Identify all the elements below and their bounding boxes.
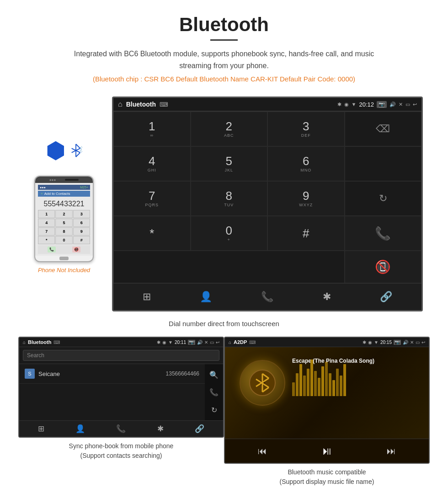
eq-bar: [303, 376, 306, 396]
dial-key-5[interactable]: 5JKL: [191, 146, 268, 181]
bottom-contacts-icon[interactable]: 👤: [194, 288, 218, 306]
contact-phone: 13566664466: [166, 370, 199, 377]
phonebook-phone-icon[interactable]: 📞: [116, 424, 126, 434]
phonebook-close-icon[interactable]: ✕: [204, 340, 208, 345]
dial-key-3[interactable]: 3DEF: [267, 112, 345, 146]
bottom-screenshots-area: ⌂ Bluetooth ⌨ ✱ ◉ ▼ 20:11 📷 🔊 ✕ ▭ ↩: [0, 337, 448, 487]
eq-bar: [307, 369, 309, 396]
phonebook-bottom-bar: ⊞ 👤 📞 ✱ 🔗: [19, 420, 223, 437]
phonebook-screen-wrapper: ⌂ Bluetooth ⌨ ✱ ◉ ▼ 20:11 📷 🔊 ✕ ▭ ↩: [18, 337, 224, 487]
phonebook-status-right: ✱ ◉ ▼ 20:11 📷 🔊 ✕ ▭ ↩: [157, 340, 219, 345]
phonebook-call-icon[interactable]: 📞: [208, 386, 220, 398]
phonebook-caption: Sync phone-book from mobile phone(Suppor…: [64, 438, 178, 461]
location-icon: ◉: [344, 102, 349, 107]
phonebook-grid-icon[interactable]: ⊞: [38, 424, 44, 434]
dialpad-grid: 1∞ 2ABC 3DEF ⌫ 4GHI 5JKL 6MNO: [113, 111, 421, 283]
phonebook-bt-bottom-icon[interactable]: ✱: [157, 424, 164, 434]
dial-key-call-red[interactable]: 📵: [345, 251, 422, 283]
dial-key-2[interactable]: 2ABC: [191, 112, 268, 146]
music-home-icon[interactable]: ⌂: [229, 340, 231, 345]
contact-name: Seicane: [38, 370, 162, 377]
music-bt-icon: ✱: [363, 340, 366, 345]
bottom-bluetooth-icon[interactable]: ✱: [317, 288, 336, 306]
music-play-icon[interactable]: ⏯: [321, 445, 332, 457]
music-win-icon[interactable]: ▭: [416, 340, 420, 345]
contact-row[interactable]: S Seicane 13566664466: [19, 364, 205, 384]
phonebook-search-input[interactable]: Search: [23, 350, 219, 361]
phonebook-list: S Seicane 13566664466: [19, 364, 205, 420]
eq-bar: [292, 382, 295, 396]
bottom-link-icon[interactable]: 🔗: [374, 288, 398, 306]
dial-key-0[interactable]: 0+: [191, 216, 268, 251]
music-close-icon[interactable]: ✕: [410, 340, 414, 345]
car-screen-title: Bluetooth: [126, 101, 156, 108]
dial-key-refresh[interactable]: ↻: [345, 181, 422, 216]
phonebook-search-icon[interactable]: 🔍: [208, 369, 220, 381]
music-back-icon[interactable]: ↩: [421, 340, 425, 345]
music-prev-icon[interactable]: ⏮: [258, 446, 267, 456]
dial-key-hash[interactable]: #: [267, 216, 345, 251]
bluetooth-icon-wrapper: ⬢: [46, 134, 82, 171]
phonebook-loc-icon: ◉: [162, 340, 166, 345]
car-bottom-toolbar: ⊞ 👤 📞 ✱ 🔗: [113, 283, 421, 310]
signal-icon: ▼: [352, 102, 357, 107]
music-screen: ⌂ A2DP ⌨ ✱ ◉ ▼ 20:15 📷 🔊 ✕ ▭ ↩: [224, 337, 430, 464]
phonebook-status-bar: ⌂ Bluetooth ⌨ ✱ ◉ ▼ 20:11 📷 🔊 ✕ ▭ ↩: [19, 338, 223, 347]
page-title: Bluetooth: [9, 14, 439, 36]
music-next-icon[interactable]: ⏭: [387, 446, 396, 456]
phonebook-win-icon[interactable]: ▭: [210, 340, 214, 345]
phonebook-vol-icon[interactable]: 🔊: [197, 340, 203, 345]
phonebook-usb-icon: ⌨: [53, 340, 60, 345]
phonebook-user-icon[interactable]: 👤: [75, 424, 85, 434]
dial-key-8[interactable]: 8TUV: [191, 181, 268, 216]
music-title: A2DP: [234, 339, 247, 345]
phonebook-home-icon[interactable]: ⌂: [23, 340, 26, 345]
dial-key-7[interactable]: 7PQRS: [113, 181, 191, 216]
dial-key-9[interactable]: 9WXYZ: [267, 181, 345, 216]
bottom-phone-icon[interactable]: 📞: [256, 288, 279, 306]
phone-screen: ●●●M25+ + Add to Contacts 5554433221 123…: [35, 183, 93, 256]
phone-status-bar: ●●●M25+: [38, 185, 90, 190]
music-album-art: [240, 360, 285, 406]
phonebook-refresh-icon[interactable]: ↻: [208, 404, 220, 416]
phone-top-bar: ●●●: [35, 177, 93, 183]
music-note-icon: [249, 369, 276, 397]
dial-key-star[interactable]: *: [113, 216, 191, 251]
bottom-grid-icon[interactable]: ⊞: [137, 288, 156, 306]
title-divider: [210, 39, 238, 41]
close-icon[interactable]: ✕: [399, 102, 403, 107]
music-caption: Bluetooth music compatible(Support displ…: [275, 464, 379, 487]
music-usb-icon: ⌨: [249, 340, 256, 345]
dial-key-call-green[interactable]: 📞: [345, 216, 422, 251]
camera-icon: 📷: [377, 101, 387, 108]
dial-key-backspace[interactable]: ⌫: [345, 112, 422, 146]
page-description: Integrated with BC6 Bluetooth module, su…: [64, 48, 384, 71]
dial-key-empty-1: [345, 146, 422, 181]
home-icon[interactable]: ⌂: [118, 100, 123, 108]
dial-key-4[interactable]: 4GHI: [113, 146, 191, 181]
phonebook-link-icon[interactable]: 🔗: [195, 424, 204, 434]
eq-bar: [336, 369, 339, 396]
eq-bar: [299, 364, 302, 396]
contact-letter-badge: S: [25, 369, 35, 379]
phonebook-time: 20:11: [175, 340, 186, 345]
eq-bar: [321, 366, 324, 396]
car-status-bar: ⌂ Bluetooth ⌨ ✱ ◉ ▼ 20:12 📷 🔊 ✕ ▭ ↩: [113, 98, 421, 111]
main-caption: Dial number direct from touchscreen: [0, 316, 448, 337]
phonebook-screen: ⌂ Bluetooth ⌨ ✱ ◉ ▼ 20:11 📷 🔊 ✕ ▭ ↩: [18, 337, 224, 438]
music-controls: ⏮ ⏯ ⏭: [225, 439, 429, 463]
dial-key-1[interactable]: 1∞: [113, 112, 191, 146]
volume-icon[interactable]: 🔊: [389, 102, 396, 107]
music-vol-icon[interactable]: 🔊: [403, 340, 408, 345]
phone-not-included-label: Phone Not Included: [38, 267, 90, 274]
back-icon[interactable]: ↩: [413, 102, 417, 107]
car-screen-main: ⌂ Bluetooth ⌨ ✱ ◉ ▼ 20:12 📷 🔊 ✕ ▭ ↩ 1∞: [112, 97, 423, 311]
page-header: Bluetooth Integrated with BC6 Bluetooth …: [0, 0, 448, 97]
music-screen-wrapper: ⌂ A2DP ⌨ ✱ ◉ ▼ 20:15 📷 🔊 ✕ ▭ ↩: [224, 337, 430, 487]
window-icon[interactable]: ▭: [405, 102, 410, 107]
dial-key-6[interactable]: 6MNO: [267, 146, 345, 181]
dial-key-empty-2: [113, 251, 345, 283]
eq-bar: [296, 373, 299, 396]
phonebook-search-row: Search: [19, 347, 223, 364]
phonebook-back-icon[interactable]: ↩: [216, 340, 219, 345]
